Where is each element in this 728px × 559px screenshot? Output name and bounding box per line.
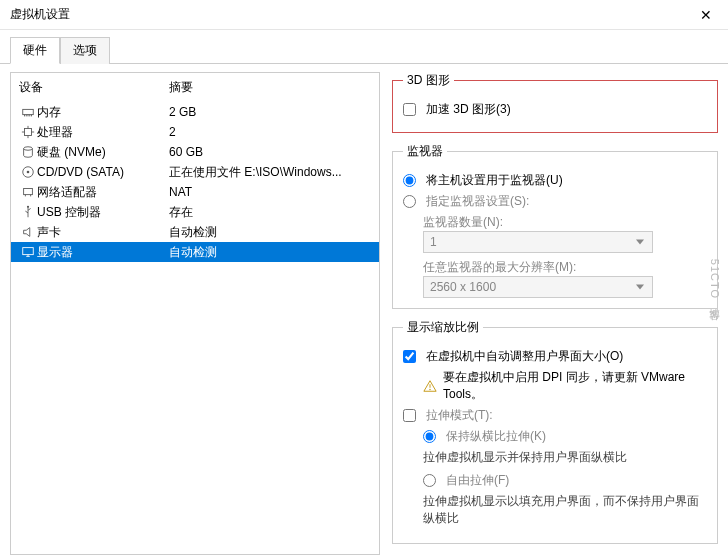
svg-point-8 xyxy=(429,389,430,390)
label-stretch-mode: 拉伸模式(T): xyxy=(426,407,493,424)
svg-point-6 xyxy=(27,206,29,208)
svg-point-4 xyxy=(27,171,30,174)
hw-usb[interactable]: USB 控制器 存在 xyxy=(11,202,379,222)
label-accelerate-3d: 加速 3D 图形(3) xyxy=(426,101,511,118)
group-scaling: 显示缩放比例 在虚拟机中自动调整用户界面大小(O) 要在虚拟机中启用 DPI 同… xyxy=(392,319,718,544)
content: 设备 摘要 内存 2 GB 处理器 2 硬盘 (NVMe) 60 GB CD/D… xyxy=(0,64,728,559)
settings-pane: 3D 图形 加速 3D 图形(3) 监视器 将主机设置用于监视器(U) 指定监视… xyxy=(392,72,718,555)
label-use-host: 将主机设置用于监视器(U) xyxy=(426,172,563,189)
hw-cpu[interactable]: 处理器 2 xyxy=(11,122,379,142)
checkbox-auto-resize[interactable] xyxy=(403,350,416,363)
label-max-resolution: 任意监视器的最大分辨率(M): xyxy=(423,259,707,276)
tab-options[interactable]: 选项 xyxy=(60,37,110,64)
checkbox-accelerate-3d[interactable] xyxy=(403,103,416,116)
radio-use-host[interactable] xyxy=(403,174,416,187)
label-monitor-count: 监视器数量(N): xyxy=(423,214,707,231)
group-monitors: 监视器 将主机设置用于监视器(U) 指定监视器设置(S): 监视器数量(N): … xyxy=(392,143,718,309)
svg-rect-5 xyxy=(24,189,33,195)
watermark: 51CTO博客 xyxy=(707,258,722,300)
hw-memory[interactable]: 内存 2 GB xyxy=(11,102,379,122)
label-dpi-warning: 要在虚拟机中启用 DPI 同步，请更新 VMware Tools。 xyxy=(443,369,707,403)
hw-sound[interactable]: 声卡 自动检测 xyxy=(11,222,379,242)
radio-specify[interactable] xyxy=(403,195,416,208)
desc-free-stretch: 拉伸虚拟机显示以填充用户界面，而不保持用户界面纵横比 xyxy=(423,493,707,527)
cd-icon xyxy=(19,165,37,179)
nic-icon xyxy=(19,185,37,199)
warning-icon xyxy=(423,379,437,393)
col-summary: 摘要 xyxy=(169,79,193,96)
svg-rect-0 xyxy=(23,109,34,114)
disk-icon xyxy=(19,145,37,159)
tab-hardware[interactable]: 硬件 xyxy=(10,37,60,64)
legend-monitors: 监视器 xyxy=(403,143,447,160)
svg-rect-1 xyxy=(25,129,32,136)
sound-icon xyxy=(19,225,37,239)
col-device: 设备 xyxy=(19,79,169,96)
hardware-header: 设备 摘要 xyxy=(11,73,379,102)
radio-free-stretch[interactable] xyxy=(423,474,436,487)
select-monitor-count[interactable]: 1 xyxy=(423,231,653,253)
legend-3d: 3D 图形 xyxy=(403,72,454,89)
label-specify: 指定监视器设置(S): xyxy=(426,193,529,210)
titlebar: 虚拟机设置 ✕ xyxy=(0,0,728,30)
hardware-list: 设备 摘要 内存 2 GB 处理器 2 硬盘 (NVMe) 60 GB CD/D… xyxy=(10,72,380,555)
cpu-icon xyxy=(19,125,37,139)
hw-display[interactable]: 显示器 自动检测 xyxy=(11,242,379,262)
group-3d-graphics: 3D 图形 加速 3D 图形(3) xyxy=(392,72,718,133)
hw-nic[interactable]: 网络适配器 NAT xyxy=(11,182,379,202)
legend-scaling: 显示缩放比例 xyxy=(403,319,483,336)
svg-point-2 xyxy=(24,147,33,151)
window-title: 虚拟机设置 xyxy=(10,6,70,23)
display-icon xyxy=(19,245,37,259)
hw-disk[interactable]: 硬盘 (NVMe) 60 GB xyxy=(11,142,379,162)
desc-keep-aspect: 拉伸虚拟机显示并保持用户界面纵横比 xyxy=(423,449,707,466)
label-free-stretch: 自由拉伸(F) xyxy=(446,472,509,489)
memory-icon xyxy=(19,105,37,119)
usb-icon xyxy=(19,205,37,219)
label-auto-resize: 在虚拟机中自动调整用户界面大小(O) xyxy=(426,348,623,365)
tabs: 硬件 选项 xyxy=(0,30,728,64)
label-keep-aspect: 保持纵横比拉伸(K) xyxy=(446,428,546,445)
svg-rect-7 xyxy=(23,248,34,255)
checkbox-stretch-mode[interactable] xyxy=(403,409,416,422)
radio-keep-aspect[interactable] xyxy=(423,430,436,443)
close-button[interactable]: ✕ xyxy=(683,0,728,30)
hw-cd[interactable]: CD/DVD (SATA) 正在使用文件 E:\ISO\Windows... xyxy=(11,162,379,182)
select-max-resolution[interactable]: 2560 x 1600 xyxy=(423,276,653,298)
close-icon: ✕ xyxy=(700,7,712,23)
